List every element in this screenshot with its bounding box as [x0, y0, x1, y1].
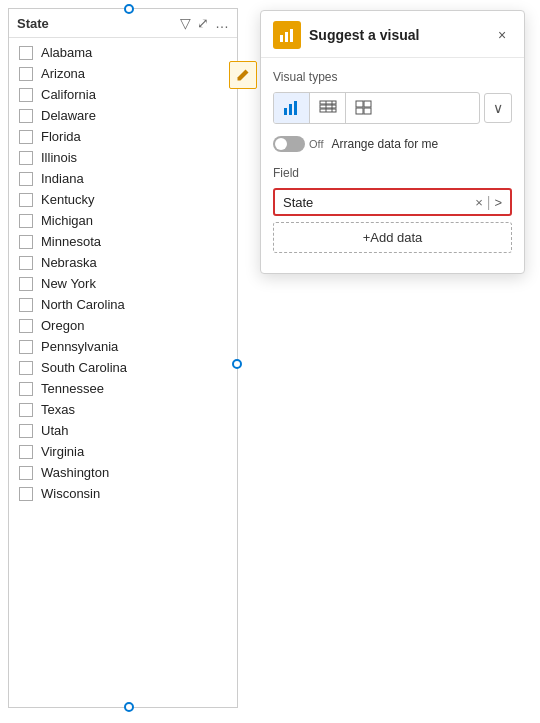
checkbox[interactable] [19, 67, 33, 81]
svg-rect-12 [364, 101, 371, 107]
list-item[interactable]: Texas [9, 399, 237, 420]
item-label: California [41, 87, 96, 102]
expand-icon[interactable]: ⤢ [197, 15, 209, 31]
visual-type-matrix[interactable] [346, 93, 382, 123]
checkbox[interactable] [19, 151, 33, 165]
add-data-button[interactable]: +Add data [273, 222, 512, 253]
svg-rect-13 [356, 108, 363, 114]
resize-handle-bottom[interactable] [124, 702, 134, 712]
list-item[interactable]: Florida [9, 126, 237, 147]
field-divider: | [487, 194, 491, 210]
svg-rect-14 [364, 108, 371, 114]
field-section: Field State × | > +Add data [273, 166, 512, 253]
checkbox[interactable] [19, 487, 33, 501]
checkbox[interactable] [19, 256, 33, 270]
resize-handle-right[interactable] [232, 359, 242, 369]
item-label: Kentucky [41, 192, 94, 207]
item-label: North Carolina [41, 297, 125, 312]
list-item[interactable]: South Carolina [9, 357, 237, 378]
list-item[interactable]: Utah [9, 420, 237, 441]
checkbox[interactable] [19, 277, 33, 291]
checkbox[interactable] [19, 424, 33, 438]
slicer-list: AlabamaArizonaCaliforniaDelawareFloridaI… [9, 38, 237, 700]
checkbox[interactable] [19, 403, 33, 417]
list-item[interactable]: California [9, 84, 237, 105]
resize-handle-top[interactable] [124, 4, 134, 14]
list-item[interactable]: Michigan [9, 210, 237, 231]
suggest-panel: Suggest a visual × Visual types [260, 10, 525, 274]
list-item[interactable]: Alabama [9, 42, 237, 63]
checkbox[interactable] [19, 340, 33, 354]
svg-rect-6 [320, 101, 336, 104]
checkbox[interactable] [19, 319, 33, 333]
item-label: Nebraska [41, 255, 97, 270]
checkbox[interactable] [19, 298, 33, 312]
svg-rect-8 [320, 109, 336, 112]
list-item[interactable]: Arizona [9, 63, 237, 84]
list-item[interactable]: Delaware [9, 105, 237, 126]
filter-icon[interactable]: ▽ [180, 15, 191, 31]
checkbox[interactable] [19, 130, 33, 144]
list-item[interactable]: Washington [9, 462, 237, 483]
slicer-panel: State ▽ ⤢ … AlabamaArizonaCaliforniaDela… [8, 8, 238, 708]
item-label: Wisconsin [41, 486, 100, 501]
checkbox[interactable] [19, 109, 33, 123]
checkbox[interactable] [19, 361, 33, 375]
list-item[interactable]: Nebraska [9, 252, 237, 273]
checkbox[interactable] [19, 235, 33, 249]
svg-rect-11 [356, 101, 363, 107]
checkbox[interactable] [19, 445, 33, 459]
pencil-tab[interactable] [229, 61, 257, 89]
checkbox[interactable] [19, 46, 33, 60]
checkbox[interactable] [19, 88, 33, 102]
list-item[interactable]: Pennsylvania [9, 336, 237, 357]
arrange-label: Arrange data for me [331, 137, 438, 151]
chevron-down-icon: ∨ [493, 100, 503, 116]
visual-type-bar[interactable] [274, 93, 310, 123]
list-item[interactable]: Tennessee [9, 378, 237, 399]
close-button[interactable]: × [492, 25, 512, 45]
checkbox[interactable] [19, 382, 33, 396]
item-label: Delaware [41, 108, 96, 123]
item-label: Michigan [41, 213, 93, 228]
list-item[interactable]: North Carolina [9, 294, 237, 315]
list-item[interactable]: Indiana [9, 168, 237, 189]
field-arrow-button[interactable]: > [494, 195, 502, 210]
arrange-toggle[interactable]: Off [273, 136, 323, 152]
list-item[interactable]: Wisconsin [9, 483, 237, 504]
list-item[interactable]: New York [9, 273, 237, 294]
slicer-title: State [17, 16, 174, 31]
more-icon[interactable]: … [215, 15, 229, 31]
item-label: Virginia [41, 444, 84, 459]
list-item[interactable]: Virginia [9, 441, 237, 462]
checkbox[interactable] [19, 172, 33, 186]
visual-types-label: Visual types [273, 70, 512, 84]
visual-type-table[interactable] [310, 93, 346, 123]
item-label: Florida [41, 129, 81, 144]
list-item[interactable]: Oregon [9, 315, 237, 336]
suggest-header: Suggest a visual × [261, 11, 524, 58]
visual-types-dropdown[interactable]: ∨ [484, 93, 512, 123]
svg-rect-1 [285, 32, 288, 42]
checkbox[interactable] [19, 193, 33, 207]
item-label: Alabama [41, 45, 92, 60]
list-item[interactable]: Illinois [9, 147, 237, 168]
toggle-track[interactable] [273, 136, 305, 152]
toggle-state-label: Off [309, 138, 323, 150]
list-item[interactable]: Minnesota [9, 231, 237, 252]
visual-types-row: ∨ [273, 92, 512, 124]
checkbox[interactable] [19, 214, 33, 228]
chart-icon-button[interactable] [273, 21, 301, 49]
item-label: Oregon [41, 318, 84, 333]
item-label: South Carolina [41, 360, 127, 375]
item-label: Washington [41, 465, 109, 480]
field-label: Field [273, 166, 512, 180]
svg-rect-7 [320, 105, 336, 108]
toggle-thumb [275, 138, 287, 150]
field-clear-button[interactable]: × [475, 195, 483, 210]
visual-type-icons [273, 92, 480, 124]
suggest-body: Visual types [261, 58, 524, 273]
item-label: New York [41, 276, 96, 291]
checkbox[interactable] [19, 466, 33, 480]
list-item[interactable]: Kentucky [9, 189, 237, 210]
